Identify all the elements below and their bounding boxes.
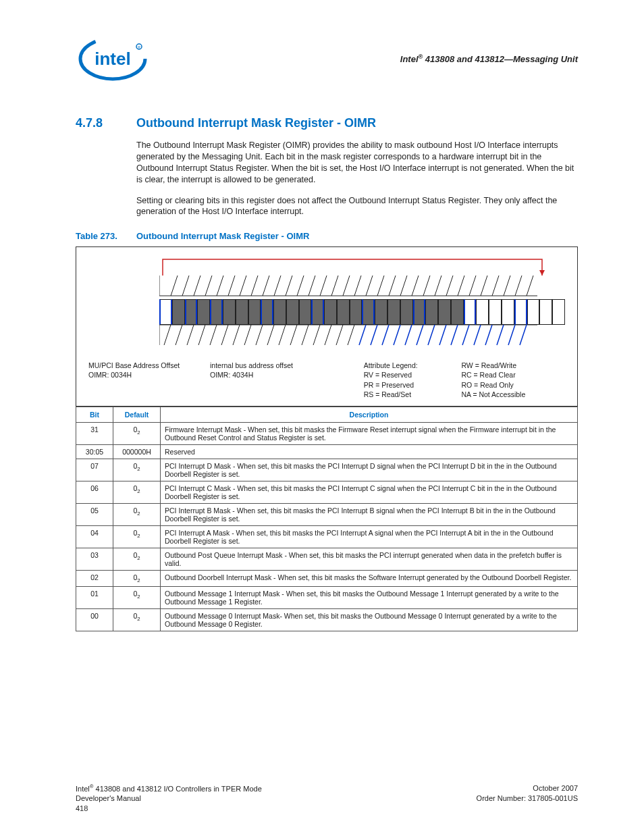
default-cell: 02: [113, 459, 161, 481]
svg-line-56: [336, 325, 343, 345]
table-header-default: Default: [113, 407, 161, 422]
bit-cell: 03: [76, 548, 113, 570]
table-row: 0502PCI Interrupt B Mask - When set, thi…: [76, 503, 578, 525]
default-cell: 02: [113, 587, 161, 609]
svg-line-60: [382, 325, 389, 345]
svg-line-33: [469, 276, 476, 296]
svg-line-68: [474, 325, 481, 345]
svg-line-30: [435, 276, 441, 296]
svg-line-23: [354, 276, 361, 296]
svg-line-65: [439, 325, 446, 345]
default-cell: 02: [113, 422, 161, 444]
svg-line-27: [400, 276, 407, 296]
bit-cell: 04: [76, 525, 113, 548]
svg-line-17: [286, 276, 292, 296]
bitfield-diagram-box: MU/PCI Base Address Offset OIMR: 0034H i…: [76, 246, 578, 407]
description-cell: Reserved: [161, 444, 578, 459]
svg-line-62: [405, 325, 412, 345]
svg-line-72: [520, 325, 527, 345]
description-cell: PCI Interrupt B Mask - When set, this bi…: [161, 503, 578, 525]
default-cell: 02: [113, 548, 161, 570]
bit-cell: 07: [76, 459, 113, 481]
svg-line-49: [256, 325, 263, 345]
svg-line-36: [504, 276, 510, 296]
bracket-top-icon: [88, 255, 561, 277]
svg-line-21: [331, 276, 338, 296]
svg-line-53: [302, 325, 308, 345]
table-row: 0302Outbound Post Queue Interrupt Mask -…: [76, 548, 578, 570]
svg-line-63: [417, 325, 423, 345]
svg-line-31: [446, 276, 453, 296]
table-row: 3102Firmware Interrupt Mask - When set, …: [76, 422, 578, 444]
svg-line-37: [515, 276, 522, 296]
bit-ticks-top-icon: [159, 276, 551, 297]
bit-ticks-bottom-icon: [159, 325, 551, 346]
svg-text:R: R: [138, 45, 140, 49]
footer-left: Intel® 413808 and 413812 I/O Controllers…: [76, 783, 262, 814]
svg-line-45: [210, 325, 217, 345]
intel-logo: intel R: [76, 34, 150, 84]
table-row: 0702PCI Interrupt D Mask - When set, thi…: [76, 459, 578, 481]
svg-line-64: [428, 325, 435, 345]
mupci-offset: MU/PCI Base Address Offset OIMR: 0034H: [88, 361, 190, 399]
default-cell: 02: [113, 525, 161, 548]
bitfield-cells: [159, 299, 565, 325]
svg-line-70: [497, 325, 504, 345]
svg-line-44: [198, 325, 205, 345]
svg-line-46: [221, 325, 228, 345]
description-cell: PCI Interrupt D Mask - When set, this bi…: [161, 459, 578, 481]
section-title: Outbound Interrupt Mask Register - OIMR: [136, 116, 376, 130]
svg-line-10: [205, 276, 212, 296]
svg-line-54: [313, 325, 320, 345]
svg-line-71: [508, 325, 515, 345]
bit-cell: 01: [76, 587, 113, 609]
svg-line-28: [412, 276, 419, 296]
description-cell: Firmware Interrupt Mask - When set, this…: [161, 422, 578, 444]
svg-line-12: [228, 276, 235, 296]
svg-line-26: [389, 276, 396, 296]
svg-line-47: [233, 325, 240, 345]
svg-line-20: [320, 276, 327, 296]
svg-line-13: [240, 276, 246, 296]
footer-right: October 2007 Order Number: 317805-001US: [477, 783, 578, 814]
register-bit-table: Bit Default Description 3102Firmware Int…: [76, 407, 578, 631]
svg-line-22: [343, 276, 350, 296]
svg-line-7: [171, 276, 178, 296]
default-cell: 000000H: [113, 444, 161, 459]
svg-line-43: [187, 325, 194, 345]
description-cell: Outbound Message 1 Interrupt Mask - When…: [161, 587, 578, 609]
svg-text:intel: intel: [95, 49, 130, 69]
svg-line-25: [377, 276, 384, 296]
svg-line-16: [274, 276, 281, 296]
svg-line-51: [279, 325, 286, 345]
table-header-description: Description: [161, 407, 578, 422]
table-row: 30:05000000HReserved: [76, 444, 578, 459]
bit-cell: 30:05: [76, 444, 113, 459]
svg-line-61: [394, 325, 400, 345]
table-row: 0602PCI Interrupt C Mask - When set, thi…: [76, 481, 578, 503]
table-row: 0002Outbound Message 0 Interrupt Mask- W…: [76, 609, 578, 631]
svg-line-24: [366, 276, 373, 296]
svg-line-35: [492, 276, 499, 296]
svg-line-42: [176, 325, 182, 345]
attribute-legend-left: Attribute Legend: RV = Reserved PR = Pre…: [364, 361, 441, 399]
svg-line-48: [244, 325, 251, 345]
svg-line-69: [485, 325, 492, 345]
table-caption-number: Table 273.: [76, 231, 136, 241]
svg-line-58: [359, 325, 366, 345]
svg-line-34: [481, 276, 487, 296]
svg-line-15: [263, 276, 269, 296]
description-cell: Outbound Post Queue Interrupt Mask - Whe…: [161, 548, 578, 570]
svg-line-9: [194, 276, 200, 296]
svg-line-8: [182, 276, 189, 296]
attribute-legend-right: RW = Read/Write RC = Read Clear RO = Rea…: [461, 361, 545, 399]
svg-line-19: [308, 276, 315, 296]
description-cell: PCI Interrupt C Mask - When set, this bi…: [161, 481, 578, 503]
default-cell: 02: [113, 503, 161, 525]
bit-cell: 05: [76, 503, 113, 525]
svg-line-11: [217, 276, 223, 296]
internal-offset: internal bus address offset OIMR: 4034H: [210, 361, 323, 399]
table-row: 0402PCI Interrupt A Mask - When set, thi…: [76, 525, 578, 548]
table-row: 0102Outbound Message 1 Interrupt Mask - …: [76, 587, 578, 609]
section-number: 4.7.8: [76, 116, 136, 130]
